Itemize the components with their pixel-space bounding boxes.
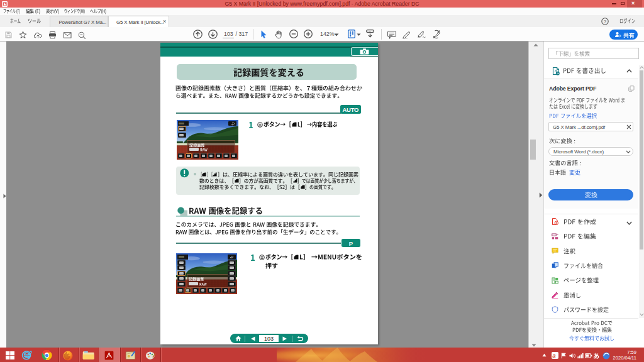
svg-text:?: ? [604,18,607,24]
